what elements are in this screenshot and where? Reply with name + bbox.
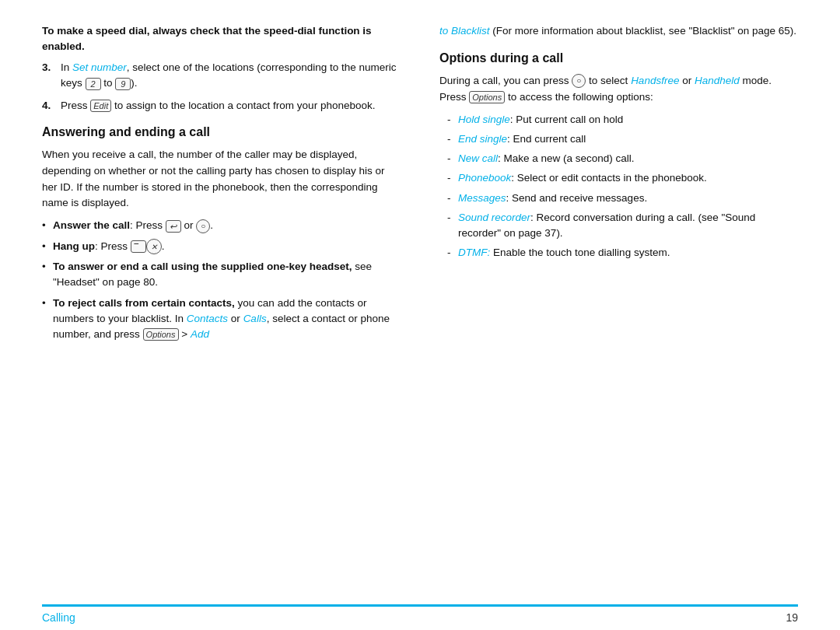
item3-number: 3.: [42, 60, 56, 92]
bullet-headset: To answer or end a call using the suppli…: [42, 259, 401, 291]
hangup-key: ̅: [131, 240, 146, 253]
handheld-link: Handheld: [695, 75, 740, 86]
speed-dial-note: To make a speed dial, always check that …: [42, 23, 401, 54]
key2: 2: [86, 78, 101, 90]
options-list: Hold single: Put current call on hold En…: [447, 112, 798, 261]
to-blacklist-link: to Blacklist: [439, 25, 490, 37]
item3-text: In Set number, select one of the locatio…: [61, 60, 401, 92]
section-answering-heading: Answering and ending a call: [42, 124, 401, 141]
footer-page-number: 19: [786, 611, 798, 624]
option-end-single: End single: End current call: [447, 131, 798, 147]
footer-calling: Calling: [42, 611, 75, 624]
option-hold-single: Hold single: Put current call on hold: [447, 112, 798, 128]
option-new-call: New call: Make a new (a second) call.: [447, 151, 798, 166]
bullet-list: Answer the call: Press ↩ or ○. Hang up: …: [42, 218, 401, 342]
option-sound-recorder: Sound recorder: Record conversation duri…: [447, 210, 798, 242]
add-link: Add: [191, 328, 209, 340]
hangup-key2: ✕: [146, 239, 162, 254]
option-dtmf: DTMF: Enable the touch tone dialling sys…: [447, 245, 798, 261]
options-intro: During a call, you can press ○ to select…: [439, 73, 798, 106]
dtmf-link: DTMF:: [458, 247, 490, 258]
option-messages: Messages: Send and receive messages.: [447, 191, 798, 206]
phonebook-link: Phonebook: [458, 172, 511, 184]
answer-key: ↩: [166, 220, 181, 233]
end-single-link: End single: [458, 133, 507, 145]
answering-paragraph: When you receive a call, the number of t…: [42, 147, 401, 212]
option-phonebook: Phonebook: Select or edit contacts in th…: [447, 170, 798, 186]
options-key-right: Options: [469, 91, 505, 103]
bullet-answer: Answer the call: Press ↩ or ○.: [42, 218, 401, 233]
edit-key: Edit: [90, 100, 111, 112]
item4-text: Press Edit to assign to the location a c…: [61, 98, 375, 114]
right-column: to Blacklist (For more information about…: [432, 23, 798, 598]
blacklist-note: to Blacklist (For more information about…: [439, 23, 798, 40]
bullet-reject: To reject calls from certain contacts, y…: [42, 296, 401, 343]
new-call-link: New call: [458, 152, 498, 164]
bullet-hangup: Hang up: Press ̅✕.: [42, 239, 401, 254]
calls-link: Calls: [243, 313, 267, 324]
set-number-link: Set number: [72, 61, 127, 73]
circle-key-answer: ○: [196, 219, 210, 233]
options-key-left: Options: [143, 328, 179, 341]
contacts-link: Contacts: [187, 313, 228, 324]
page: To make a speed dial, always check that …: [0, 0, 840, 630]
hold-single-link: Hold single: [458, 114, 510, 125]
item-3: 3. In Set number, select one of the loca…: [42, 60, 401, 92]
item-4: 4. Press Edit to assign to the location …: [42, 98, 401, 114]
circle-key-options: ○: [572, 74, 586, 88]
content-area: To make a speed dial, always check that …: [42, 23, 798, 598]
section-options-heading: Options during a call: [439, 51, 798, 67]
left-column: To make a speed dial, always check that …: [42, 23, 408, 598]
item4-number: 4.: [42, 98, 56, 114]
footer: Calling 19: [42, 604, 798, 630]
messages-link: Messages: [458, 192, 506, 204]
key9: 9: [115, 78, 131, 90]
sound-recorder-link: Sound recorder: [458, 212, 530, 223]
handsfree-link: Handsfree: [631, 75, 679, 86]
